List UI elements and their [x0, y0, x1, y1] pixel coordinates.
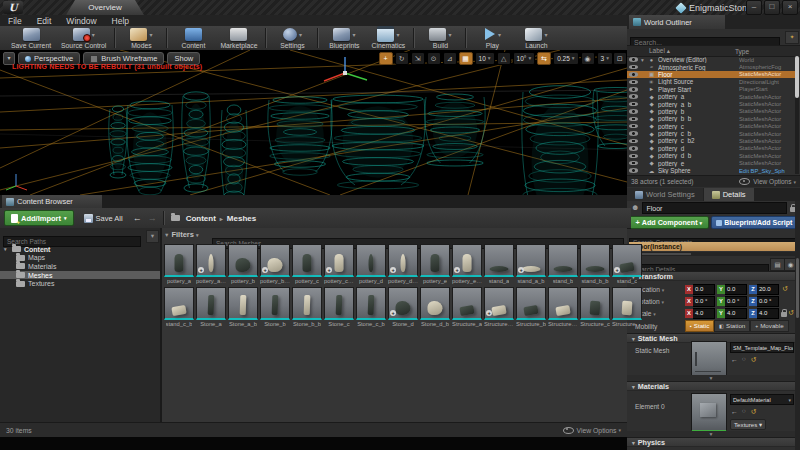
grid-snap-icon[interactable]: ▦ [459, 52, 473, 65]
outliner-row-player-start[interactable]: ►Player StartPlayerStart [627, 86, 795, 93]
asset-tile-pottery-e-b[interactable]: +pottery_e_b [452, 244, 482, 284]
maximize-viewport-icon[interactable]: ⊡ [613, 52, 627, 65]
visibility-eye-icon[interactable] [629, 146, 638, 151]
visibility-eye-icon[interactable] [629, 124, 638, 129]
asset-tile-stone-a-b[interactable]: Stone_a_b [228, 287, 258, 327]
visibility-eye-icon[interactable] [629, 131, 638, 136]
asset-tile-structure-b[interactable]: Structure_b [516, 287, 546, 327]
back-arrow-icon[interactable]: ← [133, 213, 142, 223]
visibility-eye-icon[interactable] [629, 168, 638, 173]
rotate-tool-icon[interactable]: ↻ [395, 52, 409, 65]
visibility-eye-icon[interactable] [629, 161, 638, 166]
asset-tile-pottery-d[interactable]: pottery_d [356, 244, 386, 284]
outliner-row-pottery-b[interactable]: ◆pottery_bStaticMeshActor [627, 108, 795, 115]
scale-lock-icon[interactable] [781, 312, 787, 317]
axis-x-value[interactable]: 0.0 ° [693, 296, 715, 307]
reset-to-default-icon[interactable]: ↺ [788, 309, 794, 317]
toolbar-button-marketplace[interactable]: Marketplace [220, 27, 257, 49]
toolbar-button-blueprints[interactable]: ▾Blueprints [327, 27, 361, 49]
surface-snap-icon[interactable]: ⊿ [443, 52, 457, 65]
asset-tile-pottery-a[interactable]: pottery_a [164, 244, 194, 284]
outliner-row-pottery-e[interactable]: ◆pottery_eStaticMeshActor [627, 159, 795, 166]
camera-speed-icon[interactable]: ◉ [581, 52, 595, 65]
asset-tile-structure-a-b[interactable]: +Structure_a_b [484, 287, 514, 327]
outliner-scrollbar-thumb[interactable] [795, 56, 799, 98]
axis-y-value[interactable]: 0.0 [725, 284, 747, 295]
restore-button[interactable]: □ [764, 0, 780, 15]
tab-details[interactable]: Details [704, 188, 754, 201]
textures-button[interactable]: Textures ▾ [730, 419, 766, 430]
asset-tile-stone-c[interactable]: Stone_c [324, 287, 354, 327]
asset-tile-stone-d[interactable]: +Stone_d [388, 287, 418, 327]
axis-z-value[interactable]: 20.0 [757, 284, 779, 295]
add-component-button[interactable]: +Add Component▾ [629, 216, 709, 229]
asset-tile-structure-b-b[interactable]: Structure_b_b [548, 287, 578, 327]
asset-tile-stand-a-b[interactable]: +stand_a_b [516, 244, 546, 284]
axis-x-value[interactable]: 4.0 [693, 308, 715, 319]
grid-snap-value[interactable]: 10▾ [475, 52, 495, 65]
asset-tile-stand-a[interactable]: stand_a [484, 244, 514, 284]
reset-icon[interactable]: ↺ [751, 408, 757, 416]
visibility-eye-icon[interactable] [629, 94, 638, 99]
asset-tile-stand-c-b[interactable]: stand_c_b [164, 287, 194, 327]
visibility-eye-icon[interactable] [629, 80, 638, 85]
use-selected-icon[interactable]: ← [731, 408, 738, 416]
visibility-eye-icon[interactable] [629, 109, 638, 114]
camera-speed-value[interactable]: 3▾ [597, 52, 613, 65]
material-thumbnail[interactable] [691, 393, 727, 432]
asset-tile-pottery-b-b[interactable]: +pottery_b_b [260, 244, 290, 284]
scale-tool-icon[interactable]: ⇲ [411, 52, 425, 65]
column-label[interactable]: Label ▴ [627, 47, 735, 55]
section-transform[interactable]: ▾Transform [627, 271, 795, 281]
visibility-eye-icon[interactable] [629, 72, 638, 77]
breadcrumb-content[interactable]: Content [186, 214, 216, 223]
folder-maps[interactable]: Maps [0, 254, 160, 263]
asset-tile-stand-c[interactable]: +stand_c [612, 244, 642, 284]
folder-textures[interactable]: Textures [0, 279, 160, 288]
asset-tile-pottery-a-b[interactable]: +pottery_a_b [196, 244, 226, 284]
toolbar-button-content[interactable]: Content [176, 27, 210, 49]
actor-name-field[interactable] [642, 202, 787, 214]
use-selected-icon[interactable]: ← [731, 356, 738, 364]
details-panel-options-icon[interactable]: ▤ [770, 258, 785, 271]
details-scrollbar-thumb[interactable] [796, 258, 799, 318]
outliner-row-pottery-c-b2[interactable]: ◆pottery_c_b2StaticMeshActor [627, 137, 795, 144]
outliner-row-pottery-c-b[interactable]: ◆pottery_c_bStaticMeshActor [627, 130, 795, 137]
asset-tile-pottery-c-b[interactable]: +pottery_c_b [324, 244, 354, 284]
close-button[interactable]: × [782, 0, 798, 15]
dropdown-arrow-icon[interactable]: ▾ [396, 31, 399, 38]
asset-tile-pottery-e[interactable]: pottery_e [420, 244, 450, 284]
level-tab[interactable]: Overview [66, 0, 144, 15]
asset-tile-stone-b-b[interactable]: Stone_b_b [292, 287, 322, 327]
asset-tile-pottery-c[interactable]: pottery_c [292, 244, 322, 284]
asset-tile-pottery-b[interactable]: pottery_b [228, 244, 258, 284]
reset-icon[interactable]: ↺ [751, 356, 757, 364]
axis-z-value[interactable]: 4.0 [757, 308, 779, 319]
reset-to-default-icon[interactable]: ↺ [782, 285, 788, 293]
toolbar-button-launch[interactable]: ▾Launch [519, 27, 553, 49]
rotation-snap-icon[interactable]: △ [497, 52, 511, 65]
axis-z-value[interactable]: 0.0 ° [757, 296, 779, 307]
mobility-movable[interactable]: +Movable [750, 320, 788, 332]
section-materials[interactable]: ▾Materials [627, 381, 795, 391]
menu-file[interactable]: File [8, 16, 22, 26]
browse-icon[interactable]: ◌ [742, 356, 746, 364]
outliner-row-pottery-a-b[interactable]: ◆pottery_a_bStaticMeshActor [627, 100, 795, 107]
folder-materials[interactable]: Materials [0, 262, 160, 271]
details-scrollbar[interactable] [795, 201, 800, 450]
dropdown-arrow-icon[interactable]: ▾ [352, 31, 355, 38]
rotation-snap-value[interactable]: 10°▾ [513, 52, 536, 65]
visibility-eye-icon[interactable] [629, 57, 638, 62]
asset-tile-stone-a[interactable]: Stone_a [196, 287, 226, 327]
menu-help[interactable]: Help [112, 16, 129, 26]
browse-icon[interactable]: ◌ [742, 408, 746, 416]
mobility-static[interactable]: ▪Static [685, 320, 714, 332]
minimize-button[interactable]: – [746, 0, 762, 15]
folder-meshes[interactable]: Meshes [0, 271, 160, 280]
filters-button[interactable]: ▼ Filters ▾ [164, 230, 198, 239]
content-browser-tab[interactable]: Content Browser [2, 195, 102, 208]
asset-tile-structure-c[interactable]: Structure_c [580, 287, 610, 327]
outliner-view-options[interactable]: View Options [753, 178, 791, 185]
outliner-settings-icon[interactable]: ✦ [785, 31, 799, 44]
component-splitter[interactable] [629, 252, 798, 256]
